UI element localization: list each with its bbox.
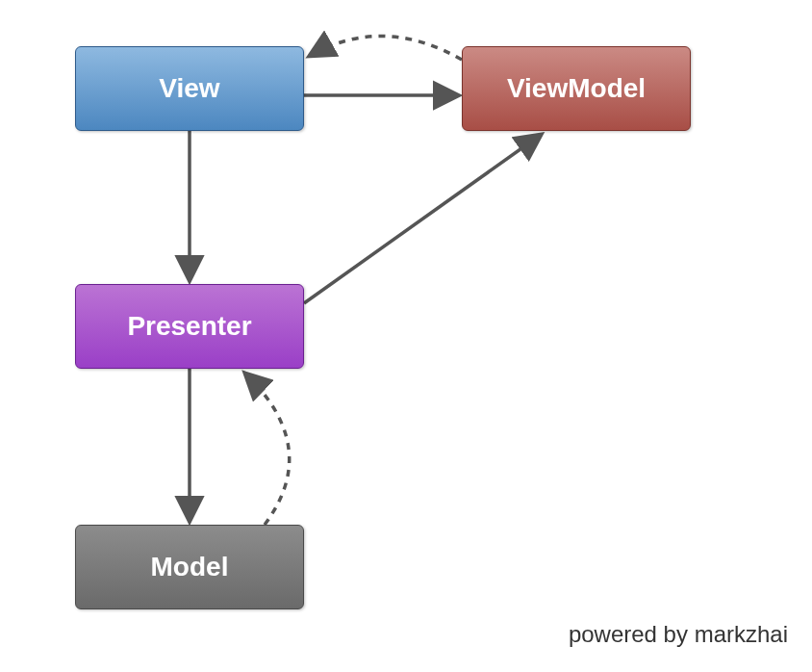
arrow-presenter-to-viewmodel xyxy=(304,135,541,303)
box-view: View xyxy=(75,46,304,131)
box-viewmodel-label: ViewModel xyxy=(507,73,646,104)
box-presenter: Presenter xyxy=(75,284,304,369)
arrow-viewmodel-to-view xyxy=(310,36,462,60)
box-model-label: Model xyxy=(151,552,229,582)
box-presenter-label: Presenter xyxy=(127,311,251,342)
arrow-model-to-presenter xyxy=(245,374,290,525)
box-viewmodel: ViewModel xyxy=(462,46,691,131)
box-view-label: View xyxy=(159,73,219,104)
attribution-text: powered by markzhai xyxy=(569,621,788,648)
box-model: Model xyxy=(75,525,304,609)
